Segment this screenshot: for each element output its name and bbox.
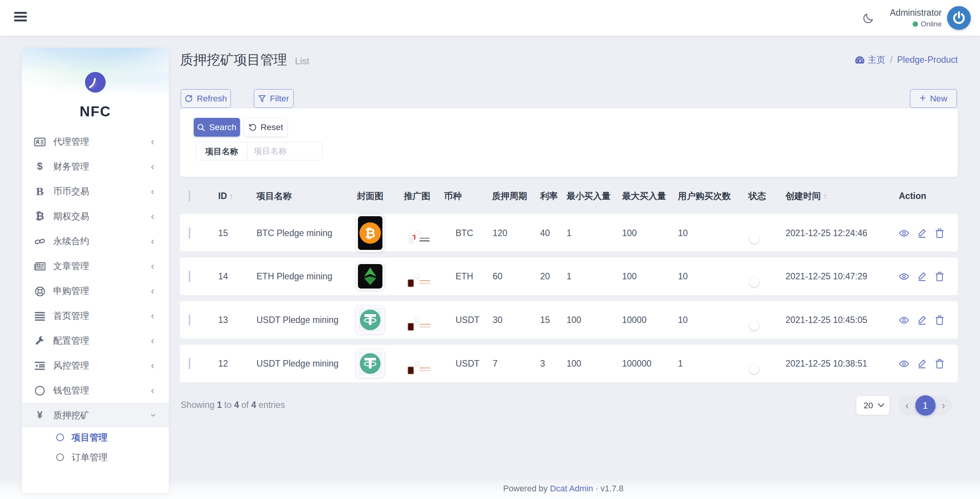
cell-period: 30	[486, 315, 534, 325]
col-id[interactable]: ID↑	[218, 191, 250, 201]
circle-outline-icon	[56, 434, 64, 441]
new-button[interactable]: + New	[910, 89, 957, 108]
cell-rate: 40	[534, 228, 560, 238]
sidebar-subitem-order-management[interactable]: 订单管理	[22, 447, 169, 467]
row-checkbox[interactable]	[189, 358, 190, 369]
cover-image[interactable]	[356, 305, 385, 334]
toolbar: Refresh Filter + New	[180, 89, 958, 108]
delete-icon[interactable]	[935, 359, 944, 369]
sidebar-item-perpetual-contract[interactable]: 永续合约 ‹	[22, 228, 169, 253]
col-min-buy: 最小买入量	[560, 190, 616, 202]
version-text: v1.7.8	[601, 484, 624, 493]
pagination: ‹ 1 ›	[899, 395, 952, 416]
view-icon[interactable]	[899, 359, 909, 369]
cover-image[interactable]	[356, 262, 385, 291]
cell-max-buy: 100	[616, 271, 672, 282]
chain-link-icon	[33, 235, 47, 247]
cover-image[interactable]: ₿	[356, 214, 385, 252]
row-checkbox[interactable]	[189, 314, 190, 326]
chevron-left-icon: ‹	[151, 211, 154, 221]
sidebar-item-spot-trading[interactable]: B 币币交易 ‹	[22, 179, 169, 204]
cell-rate: 15	[534, 315, 560, 325]
prev-page-button[interactable]: ‹	[905, 400, 909, 411]
footer-separator: ·	[595, 484, 598, 493]
sidebar-item-subscription-management[interactable]: 申购管理 ‹	[22, 278, 169, 303]
chevron-left-icon: ‹	[151, 385, 154, 395]
breadcrumb-current[interactable]: Pledge-Product	[897, 55, 958, 65]
undo-icon	[248, 123, 256, 131]
chevron-left-icon: ‹	[151, 360, 154, 370]
dcat-admin-link[interactable]: Dcat Admin	[550, 484, 593, 493]
refresh-icon	[185, 95, 193, 103]
cell-rate: 20	[534, 271, 560, 282]
next-page-button[interactable]: ›	[942, 400, 945, 411]
sidebar-item-risk-management[interactable]: 风控管理 ‹	[22, 353, 169, 378]
sidebar-item-article-management[interactable]: 文章管理 ‹	[22, 253, 169, 278]
cell-name: USDT Pledge mining	[250, 359, 344, 369]
view-icon[interactable]	[899, 228, 909, 238]
promo-image[interactable]	[415, 231, 420, 235]
cell-min-buy: 1	[560, 271, 616, 282]
cell-created: 2021-12-25 10:45:05	[779, 315, 890, 325]
delete-icon[interactable]	[935, 271, 944, 282]
promo-image[interactable]	[415, 274, 420, 279]
dashboard-icon	[855, 55, 865, 65]
col-max-buy: 最大买入量	[616, 190, 672, 202]
sidebar-item-pledge-mining[interactable]: ¥ 质押挖矿 ‹	[22, 403, 169, 427]
delete-icon[interactable]	[935, 228, 944, 238]
sidebar-item-config-management[interactable]: 配置管理 ‹	[22, 328, 169, 353]
delete-icon[interactable]	[935, 315, 944, 325]
table-row: 12 USDT Pledge mining USDT 7 3 100 10000…	[180, 345, 958, 382]
refresh-button[interactable]: Refresh	[181, 89, 231, 108]
newspaper-icon	[33, 260, 47, 272]
current-page-button[interactable]: 1	[915, 395, 936, 416]
sidebar-item-homepage-management[interactable]: 首页管理 ‹	[22, 303, 169, 328]
cell-created: 2021-12-25 12:24:46	[779, 228, 890, 238]
breadcrumb: 主页 / Pledge-Product	[855, 54, 958, 66]
sidebar-item-wallet-management[interactable]: 钱包管理 ‹	[22, 378, 169, 403]
edit-icon[interactable]	[917, 315, 927, 325]
cell-created: 2021-12-25 10:47:29	[779, 271, 890, 282]
table-row: 15 BTC Pledge mining ₿ BTC 120 40 1 100 …	[180, 214, 958, 251]
powered-by-text: Powered by	[503, 484, 547, 493]
online-status-label: Online	[921, 20, 942, 28]
page-subtitle: List	[295, 56, 309, 66]
row-checkbox[interactable]	[189, 271, 190, 282]
cell-max-buy: 10000	[616, 315, 672, 325]
user-info: Administrator Online	[884, 7, 942, 28]
cover-image[interactable]	[356, 349, 385, 378]
wrench-icon	[33, 334, 47, 346]
chevron-left-icon: ‹	[151, 186, 154, 196]
cell-rate: 3	[534, 359, 560, 369]
sidebar-item-finance-management[interactable]: $ 财务管理 ‹	[22, 154, 169, 179]
breadcrumb-home-link[interactable]: 主页	[855, 54, 885, 66]
col-created[interactable]: 创建时间↑	[779, 190, 890, 202]
promo-image[interactable]	[415, 318, 420, 322]
filter-button[interactable]: Filter	[254, 89, 294, 108]
sidebar-item-options-trading[interactable]: ₿ 期权交易 ‹	[22, 204, 169, 228]
top-bar: Administrator Online	[0, 0, 980, 36]
chevron-down-icon: ‹	[148, 413, 158, 417]
select-all-checkbox[interactable]	[189, 190, 190, 202]
edit-icon[interactable]	[917, 359, 927, 369]
table-row: 13 USDT Pledge mining USDT 30 15 100 100…	[180, 301, 958, 339]
hamburger-menu-icon[interactable]	[14, 12, 27, 23]
edit-icon[interactable]	[917, 228, 927, 238]
view-icon[interactable]	[899, 315, 909, 325]
edit-icon[interactable]	[917, 271, 927, 282]
project-name-input[interactable]	[247, 142, 322, 160]
sidebar-subitem-project-management[interactable]: 项目管理	[22, 427, 169, 447]
dark-mode-moon-icon[interactable]	[862, 12, 874, 24]
search-button[interactable]: Search	[194, 118, 240, 137]
bitcoin-icon: ₿	[33, 210, 47, 222]
page-size-select[interactable]: 20	[856, 396, 889, 415]
sidebar-item-agent-management[interactable]: 代理管理 ‹	[22, 129, 169, 154]
avatar[interactable]	[947, 6, 971, 30]
dollar-icon: $	[33, 160, 47, 172]
view-icon[interactable]	[899, 271, 909, 282]
reset-button[interactable]: Reset	[244, 118, 287, 137]
main-content: 质押挖矿项目管理 List 主页 / Pledge-Product Refres…	[180, 36, 958, 499]
row-checkbox[interactable]	[189, 227, 190, 239]
promo-image[interactable]	[415, 361, 420, 366]
chevron-left-icon: ‹	[151, 236, 154, 246]
